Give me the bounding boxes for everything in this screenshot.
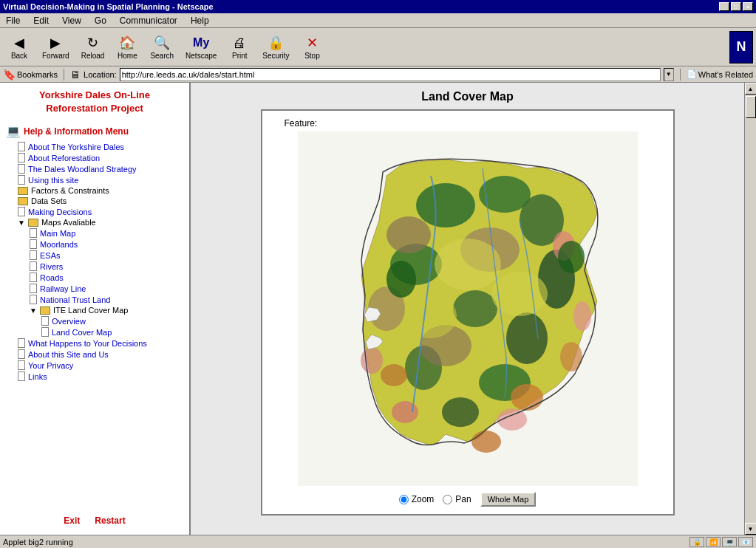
svg-point-19 — [361, 347, 383, 374]
forward-button[interactable]: ▶ Forward — [37, 31, 75, 64]
nav-roads[interactable]: Roads — [6, 272, 183, 283]
bookmarks-label: Bookmarks — [17, 70, 58, 79]
nav-about-reforestation[interactable]: About Reforestation — [6, 152, 183, 163]
forward-label: Forward — [42, 52, 69, 60]
doc-icon — [18, 164, 25, 174]
nav-land-cover-map[interactable]: Land Cover Map — [6, 326, 183, 338]
nav-links[interactable]: Links — [6, 371, 183, 382]
address-dropdown[interactable]: ▼ — [664, 68, 674, 81]
back-button[interactable]: ◀ Back — [3, 31, 35, 64]
svg-point-11 — [442, 397, 479, 427]
doc-icon — [18, 371, 25, 381]
nav-railway[interactable]: Railway Line — [6, 283, 183, 294]
nav-label: Rivers — [40, 262, 63, 271]
security-button[interactable]: 🔒 Security — [257, 31, 294, 64]
nav-dales-woodland[interactable]: The Dales Woodland Strategy — [6, 163, 183, 174]
nav-label: Data Sets — [31, 196, 67, 205]
nav-factors[interactable]: Factors & Constraints — [6, 185, 183, 196]
doc-icon — [18, 349, 25, 359]
address-bar: 🔖 Bookmarks 🖥 Location: ▼ 📄 What's Relat… — [0, 66, 756, 83]
home-button[interactable]: 🏠 Home — [111, 31, 143, 64]
nav-label: Moorlands — [40, 240, 78, 249]
nav-datasets[interactable]: Data Sets — [6, 196, 183, 206]
menu-help[interactable]: Help — [188, 16, 212, 26]
search-icon: 🔍 — [153, 34, 171, 52]
nav-label: Maps Avaliable — [41, 218, 96, 227]
netscape-button[interactable]: My Netscape — [180, 31, 222, 64]
nav-about-yorkshire[interactable]: About The Yorkshire Dales — [6, 141, 183, 152]
status-bar: Applet big2 running 🔒 📶 💻 📧 — [0, 535, 756, 548]
svg-point-24 — [560, 342, 582, 371]
map-container: Feature: — [261, 109, 675, 516]
content-area: Land Cover Map Feature: — [191, 83, 744, 535]
nav-maps-available[interactable]: ▼ Maps Avaliable — [6, 217, 183, 227]
bookmarks-button[interactable]: 🔖 Bookmarks — [3, 69, 58, 81]
stop-button[interactable]: ✕ Stop — [296, 31, 328, 64]
status-text: Applet big2 running — [3, 538, 689, 547]
menu-communicator[interactable]: Communicator — [117, 16, 180, 26]
reload-button[interactable]: ↻ Reload — [76, 31, 110, 64]
nav-rivers[interactable]: Rivers — [6, 261, 183, 272]
maximize-btn[interactable]: □ — [731, 2, 741, 11]
search-button[interactable]: 🔍 Search — [145, 31, 179, 64]
security-label: Security — [262, 52, 289, 60]
doc-icon — [30, 261, 37, 271]
menu-go[interactable]: Go — [92, 16, 109, 26]
nav-overview[interactable]: Overview — [6, 315, 183, 326]
restart-button[interactable]: Restart — [95, 516, 125, 526]
pan-radio-label: Pan — [455, 494, 471, 504]
whats-related-button[interactable]: 📄 What's Related — [687, 69, 753, 79]
nav-label: ITE Land Cover Map — [53, 306, 129, 315]
exit-button[interactable]: Exit — [64, 516, 80, 526]
nav-about-site[interactable]: About this Site and Us — [6, 349, 183, 360]
doc-icon — [30, 273, 37, 282]
scroll-thumb[interactable] — [746, 96, 756, 118]
nav-making-decisions[interactable]: Making Decisions — [6, 206, 183, 217]
doc-icon — [18, 207, 25, 216]
netscape-label: Netscape — [185, 52, 217, 60]
minimize-btn[interactable]: _ — [719, 2, 729, 11]
nav-esas[interactable]: ESAs — [6, 250, 183, 261]
security-icon: 🔒 — [267, 34, 285, 52]
menu-view[interactable]: View — [59, 16, 84, 26]
map-display[interactable] — [298, 131, 638, 486]
forward-icon: ▶ — [47, 34, 64, 52]
whole-map-button[interactable]: Whole Map — [480, 492, 537, 507]
sidebar: Yorkshire Dales On-Line Reforestation Pr… — [0, 83, 191, 535]
nav-moorlands[interactable]: Moorlands — [6, 239, 183, 250]
doc-icon — [30, 239, 37, 249]
nav-privacy[interactable]: Your Privacy — [6, 360, 183, 371]
menu-edit[interactable]: Edit — [30, 16, 52, 26]
scroll-down-arrow[interactable]: ▼ — [745, 523, 757, 535]
nav-what-happens[interactable]: What Happens to Your Decisions — [6, 338, 183, 349]
nav-label: Railway Line — [40, 284, 86, 293]
whole-map-label: Whole Map — [488, 495, 529, 504]
nav-label: Using this site — [28, 176, 78, 185]
nav-ite-land-cover[interactable]: ▼ ITE Land Cover Map — [6, 305, 183, 315]
zoom-radio-input[interactable] — [399, 495, 409, 504]
location-label: Location: — [84, 70, 117, 79]
nav-national-trust[interactable]: National Trust Land — [6, 294, 183, 305]
address-input[interactable] — [120, 68, 661, 81]
zoom-radio[interactable]: Zoom — [399, 494, 435, 504]
map-svg — [298, 131, 638, 486]
nav-label: ESAs — [40, 251, 61, 260]
menu-file[interactable]: File — [3, 16, 23, 26]
nav-label: Roads — [40, 273, 64, 282]
doc-icon — [30, 284, 37, 293]
sidebar-title-line2: Reforestation Project — [46, 103, 143, 114]
print-button[interactable]: 🖨 Print — [223, 31, 256, 64]
scroll-up-arrow[interactable]: ▲ — [745, 83, 757, 95]
svg-point-26 — [405, 294, 457, 338]
status-icons: 🔒 📶 💻 📧 — [689, 537, 753, 547]
nav-main-map[interactable]: Main Map — [6, 227, 183, 239]
pan-radio-input[interactable] — [443, 495, 452, 504]
search-label: Search — [150, 52, 174, 60]
pan-radio[interactable]: Pan — [443, 494, 471, 504]
menu-header: 💻 Help & Information Menu — [6, 124, 183, 138]
nav-using-site[interactable]: Using this site — [6, 174, 183, 185]
close-btn[interactable]: × — [743, 2, 753, 11]
folder-open-icon — [40, 306, 50, 315]
svg-point-25 — [435, 239, 501, 290]
nav-label: About Reforestation — [28, 154, 100, 162]
